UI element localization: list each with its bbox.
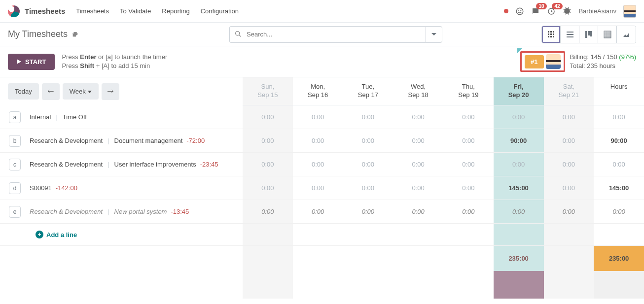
cell[interactable]: 0:00 xyxy=(393,176,443,200)
totals-row: 235:00 235:00 xyxy=(0,246,644,271)
cell[interactable]: 0:00 xyxy=(544,153,594,176)
recording-indicator xyxy=(504,9,508,13)
hotkey: e xyxy=(9,206,21,218)
view-switcher xyxy=(541,26,636,43)
cell[interactable]: 0:00 xyxy=(443,129,494,153)
task-row[interactable]: c Research & Development|User interface … xyxy=(0,153,243,176)
add-line-button[interactable]: + Add a line xyxy=(0,224,243,246)
search-options-button[interactable] xyxy=(426,26,442,43)
scale-button[interactable]: Week xyxy=(63,83,99,100)
search-group xyxy=(229,26,442,43)
timer-row: START Press Enter or [a] to launch the t… xyxy=(0,46,644,77)
cell[interactable]: 0:00 xyxy=(243,129,293,153)
view-kanban-button[interactable] xyxy=(579,26,598,43)
view-graph-button[interactable] xyxy=(617,26,636,43)
cell[interactable]: 0:00 xyxy=(293,200,343,224)
gear-icon[interactable] xyxy=(72,31,78,38)
task-row[interactable]: e Research & Development|New portal syst… xyxy=(0,200,243,224)
cell[interactable]: 0:00 xyxy=(243,176,293,200)
col-fri: Fri,Sep 20 xyxy=(494,77,544,105)
cell[interactable]: 0:00 xyxy=(544,176,594,200)
prev-button[interactable]: 🡐 xyxy=(42,83,60,100)
next-button[interactable]: 🡒 xyxy=(102,83,119,100)
cell[interactable]: 0:00 xyxy=(443,105,494,129)
rank-frame[interactable]: #1 xyxy=(520,51,565,72)
view-pivot-button[interactable] xyxy=(598,26,617,43)
search-icon xyxy=(234,30,242,38)
support-icon[interactable] xyxy=(515,7,524,16)
footer-spacer xyxy=(0,271,644,299)
view-list-button[interactable] xyxy=(561,26,579,43)
row-total: 0:00 xyxy=(594,105,644,129)
page-title: My Timesheets xyxy=(8,29,68,39)
chevron-down-icon xyxy=(88,91,92,93)
cell[interactable]: 0:00 xyxy=(243,105,293,129)
start-button[interactable]: START xyxy=(8,54,55,70)
rank-avatar xyxy=(546,54,561,69)
task-row[interactable]: b Research & Development|Document manage… xyxy=(0,129,243,153)
user-avatar[interactable] xyxy=(623,5,636,18)
cell[interactable]: 0:00 xyxy=(494,153,544,176)
today-button[interactable]: Today xyxy=(8,83,39,100)
activities-badge: 42 xyxy=(552,3,562,9)
cell[interactable]: 0:00 xyxy=(293,105,343,129)
cell[interactable]: 0:00 xyxy=(393,200,443,224)
total-hours: 235:00 xyxy=(594,246,644,271)
svg-rect-8 xyxy=(548,34,549,35)
svg-rect-19 xyxy=(590,31,592,36)
cell[interactable]: 0:00 xyxy=(343,176,394,200)
cell[interactable]: 0:00 xyxy=(494,105,544,129)
svg-rect-11 xyxy=(548,36,549,37)
cell[interactable]: 0:00 xyxy=(544,105,594,129)
cell[interactable]: 0:00 xyxy=(293,176,343,200)
breadcrumb: My Timesheets xyxy=(8,29,78,39)
cell[interactable]: 0:00 xyxy=(343,129,394,153)
svg-point-1 xyxy=(519,10,519,11)
nav-timesheets[interactable]: Timesheets xyxy=(76,7,109,15)
col-hours: Hours xyxy=(594,77,644,105)
row-total: 0:00 xyxy=(594,200,644,224)
col-thu: Thu,Sep 19 xyxy=(443,77,494,105)
cell[interactable]: 0:00 xyxy=(544,129,594,153)
cell[interactable]: 0:00 xyxy=(393,105,443,129)
cell[interactable]: 0:00 xyxy=(293,129,343,153)
task-row[interactable]: a Internal|Time Off xyxy=(0,105,243,129)
cell[interactable]: 145:00 xyxy=(494,176,544,200)
cell[interactable]: 0:00 xyxy=(393,153,443,176)
timesheet-rows: a Internal|Time Off 0:00 0:00 0:00 0:00 … xyxy=(0,105,644,224)
svg-point-2 xyxy=(521,10,521,11)
debug-icon[interactable] xyxy=(563,7,572,16)
svg-rect-9 xyxy=(550,34,552,35)
plus-icon: + xyxy=(36,231,43,238)
cell[interactable]: 90:00 xyxy=(494,129,544,153)
svg-rect-18 xyxy=(588,31,590,35)
total-fri: 235:00 xyxy=(494,246,544,271)
cell[interactable]: 0:00 xyxy=(343,200,394,224)
cell[interactable]: 0:00 xyxy=(393,129,443,153)
main-nav: Timesheets To Validate Reporting Configu… xyxy=(76,7,239,15)
svg-point-4 xyxy=(236,31,240,35)
cell[interactable]: 0:00 xyxy=(343,153,394,176)
cell[interactable]: 0:00 xyxy=(494,200,544,224)
stats: Billing: 145 / 150 (97%) Total: 235 hour… xyxy=(570,53,636,70)
nav-to-validate[interactable]: To Validate xyxy=(120,7,151,15)
cell[interactable]: 0:00 xyxy=(443,176,494,200)
cell[interactable]: 0:00 xyxy=(544,200,594,224)
cell[interactable]: 0:00 xyxy=(293,153,343,176)
task-row[interactable]: d S00091-142:00 xyxy=(0,176,243,200)
cell[interactable]: 0:00 xyxy=(243,153,293,176)
cell[interactable]: 0:00 xyxy=(443,153,494,176)
systray: 10 42 BarbieAsianv xyxy=(504,5,636,18)
activities-icon[interactable]: 42 xyxy=(547,7,556,16)
control-panel: My Timesheets xyxy=(0,23,644,46)
view-grid-button[interactable] xyxy=(542,26,561,43)
cell[interactable]: 0:00 xyxy=(243,200,293,224)
svg-rect-5 xyxy=(548,31,549,33)
cell[interactable]: 0:00 xyxy=(443,200,494,224)
username[interactable]: BarbieAsianv xyxy=(578,7,616,15)
messages-icon[interactable]: 10 xyxy=(531,7,540,16)
search-input[interactable] xyxy=(229,26,426,43)
nav-reporting[interactable]: Reporting xyxy=(162,7,189,15)
nav-configuration[interactable]: Configuration xyxy=(201,7,239,15)
cell[interactable]: 0:00 xyxy=(343,105,394,129)
